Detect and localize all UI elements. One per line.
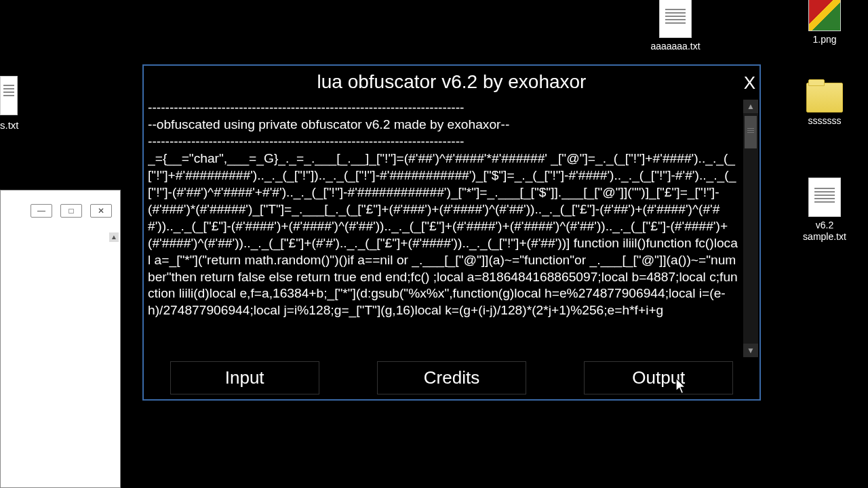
- close-button[interactable]: ✕: [90, 204, 112, 218]
- input-button[interactable]: Input: [170, 361, 319, 394]
- window-title: lua obfuscator v6.2 by exohaxor: [317, 71, 587, 92]
- output-panel: ----------------------------------------…: [144, 100, 760, 357]
- desktop-icon-label: s.txt: [0, 119, 19, 131]
- desktop-icon-textfile-1[interactable]: aaaaaaa.txt: [648, 0, 703, 52]
- scroll-up-icon[interactable]: ▲: [743, 100, 758, 113]
- close-button[interactable]: X: [744, 73, 755, 94]
- desktop-icon-label: sssssss: [797, 115, 852, 126]
- desktop-icon-label: 1.png: [797, 34, 852, 45]
- minimize-button[interactable]: —: [31, 204, 52, 218]
- desktop-icon-image-1[interactable]: 1.png: [797, 0, 852, 45]
- textfile-icon: [659, 0, 692, 38]
- window-title-bar[interactable]: lua obfuscator v6.2 by exohaxor X: [144, 66, 760, 100]
- output-text[interactable]: ----------------------------------------…: [148, 100, 739, 357]
- scroll-thumb[interactable]: [745, 116, 757, 148]
- desktop-icon-label: aaaaaaa.txt: [648, 41, 703, 52]
- credits-button[interactable]: Credits: [377, 361, 526, 394]
- output-button[interactable]: Output: [584, 361, 733, 394]
- desktop-icon-label: v6.2 sample.txt: [797, 220, 852, 243]
- desktop-icon-textfile-2[interactable]: v6.2 sample.txt: [797, 178, 852, 243]
- scroll-down-icon[interactable]: ▼: [743, 344, 758, 357]
- desktop-icon-folder-1[interactable]: sssssss: [797, 83, 852, 126]
- scrollbar[interactable]: ▲ ▼: [743, 100, 758, 357]
- folder-icon: [806, 83, 843, 113]
- image-icon: [808, 0, 841, 31]
- desktop-icon-textfile-edge[interactable]: s.txt: [0, 76, 26, 131]
- background-window: — □ ✕ ▲: [0, 190, 121, 488]
- scroll-up-icon[interactable]: ▲: [109, 232, 119, 242]
- obfuscator-window: lua obfuscator v6.2 by exohaxor X ------…: [142, 64, 761, 401]
- background-window-body: [1, 231, 109, 487]
- restore-button[interactable]: □: [60, 204, 82, 218]
- textfile-icon: [0, 76, 18, 115]
- button-row: Input Credits Output: [144, 357, 760, 400]
- textfile-icon: [808, 178, 841, 217]
